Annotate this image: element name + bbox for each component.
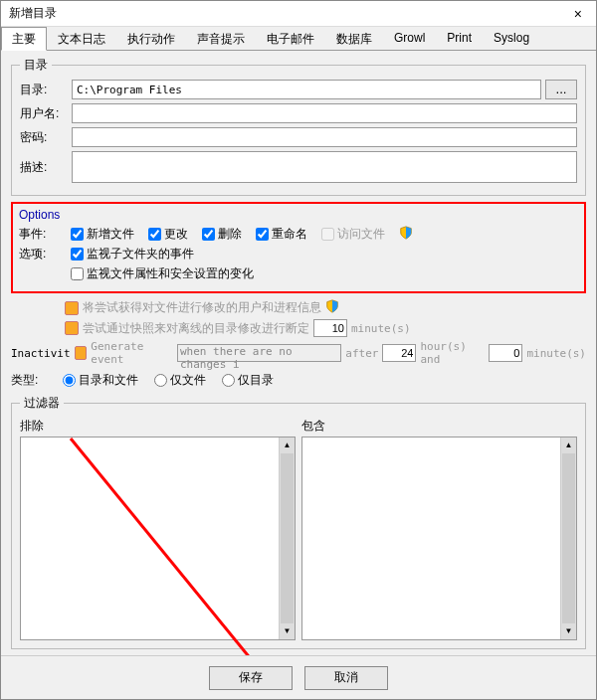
scroll-thumb[interactable] (562, 453, 575, 623)
inactivity-munit: minute(s) (526, 347, 586, 360)
footer: 保存 取消 (1, 655, 596, 699)
radio-both[interactable]: 目录和文件 (63, 372, 138, 389)
tab-bar: 主要 文本日志 执行动作 声音提示 电子邮件 数据库 Growl Print S… (1, 27, 596, 51)
tab-action[interactable]: 执行动作 (116, 27, 186, 50)
inactivity-gen-text: Generate event (91, 340, 173, 366)
tab-textlog[interactable]: 文本日志 (47, 27, 116, 50)
lock-icon (65, 301, 79, 315)
scroll-thumb[interactable] (281, 453, 294, 623)
tab-main[interactable]: 主要 (1, 27, 47, 51)
save-button[interactable]: 保存 (209, 666, 293, 690)
user-label: 用户名: (20, 105, 68, 122)
pass-label: 密码: (20, 129, 68, 146)
close-button[interactable]: × (568, 6, 588, 22)
cancel-button[interactable]: 取消 (304, 666, 388, 690)
scroll-up-icon[interactable]: ▲ (561, 438, 576, 453)
disabled-snapshot-row: 尝试通过快照来对离线的目录修改进行断定 minute(s) (65, 319, 586, 337)
inactivity-min-spinner[interactable] (489, 344, 522, 362)
exclude-label: 排除 (20, 418, 296, 435)
inactivity-hours-spinner[interactable] (382, 344, 416, 362)
disabled-userproc-text: 将尝试获得对文件进行修改的用户和进程信息 (83, 299, 321, 316)
inactivity-after: after (345, 347, 378, 360)
event-label: 事件: (19, 226, 67, 243)
browse-button[interactable]: ... (545, 80, 577, 99)
inactivity-hunit: hour(s) and (420, 340, 485, 366)
lock-icon (75, 346, 88, 360)
directory-legend: 目录 (20, 57, 52, 74)
directory-fieldset: 目录 目录: ... 用户名: 密码: 描述: (11, 57, 586, 196)
include-label: 包含 (301, 418, 577, 435)
cb-change[interactable]: 更改 (148, 226, 188, 243)
user-input[interactable] (72, 103, 577, 123)
type-label: 类型: (11, 372, 59, 389)
cb-watchattr[interactable]: 监视文件属性和安全设置的变化 (71, 265, 254, 282)
filter-legend: 过滤器 (20, 395, 64, 412)
include-list[interactable]: ▲ ▼ (301, 437, 577, 640)
shield-icon (399, 226, 413, 243)
desc-input[interactable] (72, 151, 577, 183)
cb-access: 访问文件 (321, 226, 385, 243)
tab-growl[interactable]: Growl (383, 27, 436, 50)
filter-fieldset: 过滤器 排除 ▲ ▼ 包含 ▲ (11, 395, 586, 649)
window-title: 新增目录 (9, 5, 568, 22)
tab-email[interactable]: 电子邮件 (256, 27, 325, 50)
dialog-window: 新增目录 × 主要 文本日志 执行动作 声音提示 电子邮件 数据库 Growl … (0, 0, 597, 700)
type-row: 类型: 目录和文件 仅文件 仅目录 (11, 372, 586, 389)
exclude-list[interactable]: ▲ ▼ (20, 437, 296, 640)
disabled-snapshot-text: 尝试通过快照来对离线的目录修改进行断定 (83, 320, 309, 337)
inactivity-label: Inactivit (11, 347, 71, 360)
scroll-down-icon[interactable]: ▼ (561, 623, 576, 639)
scrollbar[interactable]: ▲ ▼ (279, 438, 295, 639)
scrollbar[interactable]: ▲ ▼ (560, 438, 576, 639)
shield-icon (325, 299, 339, 316)
cb-watchsub[interactable]: 监视子文件夹的事件 (71, 246, 194, 262)
tab-print[interactable]: Print (436, 27, 483, 50)
titlebar: 新增目录 × (1, 1, 596, 27)
snapshot-unit: minute(s) (351, 322, 411, 335)
options-box: Options 事件: 新增文件 更改 删除 重命名 访问文件 选项: 监视子文… (11, 202, 586, 293)
tab-syslog[interactable]: Syslog (483, 27, 540, 50)
cb-delete[interactable]: 删除 (202, 226, 242, 243)
scroll-down-icon[interactable]: ▼ (280, 623, 295, 639)
options-legend: Options (19, 208, 578, 222)
inactivity-row: Inactivit Generate event when there are … (11, 340, 586, 366)
tab-sound[interactable]: 声音提示 (186, 27, 256, 50)
dir-input[interactable] (72, 80, 541, 99)
tab-database[interactable]: 数据库 (325, 27, 383, 50)
snapshot-minutes-spinner[interactable] (313, 319, 347, 337)
lock-icon (65, 321, 79, 335)
dir-label: 目录: (20, 82, 68, 98)
opt-label: 选项: (19, 246, 67, 262)
content-area: 目录 目录: ... 用户名: 密码: 描述: Options 事件: (1, 51, 596, 655)
inactivity-dropdown[interactable]: when there are no changes i (177, 344, 341, 362)
radio-dironly[interactable]: 仅目录 (222, 372, 274, 389)
desc-label: 描述: (20, 159, 68, 176)
pass-input[interactable] (72, 127, 577, 147)
radio-fileonly[interactable]: 仅文件 (154, 372, 206, 389)
disabled-userproc-row: 将尝试获得对文件进行修改的用户和进程信息 (65, 299, 586, 316)
cb-rename[interactable]: 重命名 (256, 226, 307, 243)
cb-newfile[interactable]: 新增文件 (71, 226, 134, 243)
scroll-up-icon[interactable]: ▲ (280, 438, 295, 453)
